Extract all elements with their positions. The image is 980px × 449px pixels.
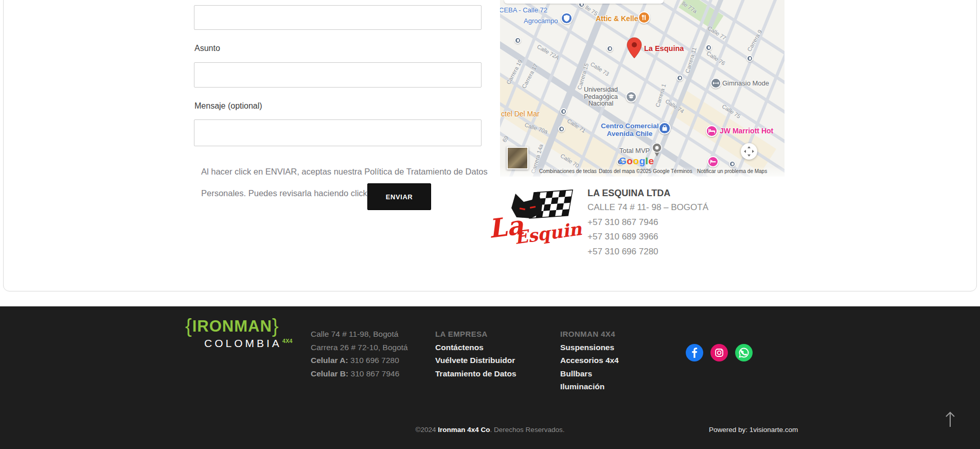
social-icons xyxy=(686,344,753,361)
company-info: LA ESQUINA LTDA CALLE 74 # 11- 98 – BOGO… xyxy=(587,186,708,259)
instagram-icon[interactable] xyxy=(710,344,728,361)
footer-link-accesorios[interactable]: Accesorios 4x4 xyxy=(560,354,619,367)
company-phone: +57 310 689 3966 xyxy=(587,230,708,244)
footer-contact-column: Calle 74 # 11-98, Bogotá Carrera 26 # 72… xyxy=(311,327,408,380)
hotel-icon[interactable] xyxy=(706,125,718,137)
footer-products-column: IRONMAN 4X4 Suspensiones Accesorios 4x4 … xyxy=(560,327,619,393)
poi-centro-comercial[interactable]: Centro Comercial Avenida Chile xyxy=(601,122,658,137)
la-esquina-logo: La Esquina xyxy=(489,189,582,251)
svg-text:Esquina: Esquina xyxy=(513,217,582,248)
footer-column-title: LA EMPRESA xyxy=(435,327,516,341)
hotel-icon[interactable] xyxy=(707,156,719,167)
footer-address-line: Carrera 26 # 72-10, Bogotá xyxy=(311,341,408,354)
footer-link-distribuidor[interactable]: Vuélvete Distribuidor xyxy=(435,354,516,367)
poi-gimnasio[interactable]: Gimnasio Mode xyxy=(722,79,769,87)
company-phone: +57 310 867 7946 xyxy=(587,215,708,230)
submit-button[interactable]: ENVIAR xyxy=(367,183,431,210)
footer: {IRONMAN} COLOMBIA4X4 Calle 74 # 11-98, … xyxy=(0,306,980,449)
message-field[interactable] xyxy=(194,119,482,146)
shopping-mall-icon[interactable] xyxy=(658,122,671,134)
footer-link-iluminacion[interactable]: Iluminación xyxy=(560,380,619,393)
map-pin-label[interactable]: La Esquina xyxy=(644,44,684,53)
bus-stop-icon xyxy=(607,45,613,52)
map-info-card-cutoff xyxy=(504,0,664,4)
subject-label: Asunto xyxy=(194,44,220,53)
map-data-attribution: Datos del mapa ©2025 Google xyxy=(599,168,669,174)
bus-stop-icon xyxy=(746,55,753,62)
google-logo[interactable]: Google xyxy=(619,156,654,167)
footer-phone-line: Celular B: 310 867 7946 xyxy=(311,367,408,381)
consent-text-line1: Al hacer click en ENVIAR, aceptas nuestr… xyxy=(201,167,488,177)
keyboard-shortcuts-link[interactable]: Combinaciones de teclas xyxy=(539,168,597,174)
whatsapp-icon[interactable] xyxy=(735,344,753,361)
bus-stop-icon xyxy=(560,108,567,115)
company-name: LA ESQUINA LTDA xyxy=(587,186,708,200)
map-pin-icon[interactable] xyxy=(627,37,642,59)
email-field[interactable] xyxy=(194,5,482,30)
poi-ceba[interactable]: CEBA - Calle 72 xyxy=(500,6,547,14)
copyright-brand: Ironman 4x4 Co xyxy=(438,426,490,434)
footer-link-contactenos[interactable]: Contáctenos xyxy=(435,341,516,354)
university-icon[interactable] xyxy=(626,91,637,102)
terms-link[interactable]: Términos xyxy=(671,168,692,174)
footer-link-tratamiento[interactable]: Tratamiento de Datos xyxy=(435,367,516,381)
agrocampo-shield-icon[interactable] xyxy=(561,12,573,24)
footer-company-column: LA EMPRESA Contáctenos Vuélvete Distribu… xyxy=(435,327,516,380)
poi-agrocampo[interactable]: Agrocampo xyxy=(524,17,558,25)
google-map[interactable]: lle 75 Calle 72A Carrera 19 Carrera 17 C… xyxy=(500,0,785,177)
footer-link-bullbars[interactable]: Bullbars xyxy=(560,367,619,381)
copyright: ©2024 Ironman 4x4 Co. Derechos Reservado… xyxy=(0,426,980,434)
poi-universidad[interactable]: Universidad Pedagógica Nacional xyxy=(577,87,625,108)
poi-attic-keller[interactable]: Attic & Keller xyxy=(596,14,641,23)
powered-by-link[interactable]: Powered by: 1visionarte.com xyxy=(709,426,798,434)
street-view-thumbnail[interactable] xyxy=(507,147,528,169)
consent-text-line2[interactable]: Personales. Puedes revisarla haciendo cl… xyxy=(201,188,388,198)
pan-control[interactable] xyxy=(741,143,757,160)
total-mvp-pin-icon[interactable] xyxy=(651,143,663,157)
poi-jw-marriott[interactable]: JW Marriott Hot xyxy=(720,127,773,135)
footer-address-line: Calle 74 # 11-98, Bogotá xyxy=(311,327,408,341)
bus-stop-icon xyxy=(676,75,683,81)
scroll-to-top-button[interactable] xyxy=(942,408,958,429)
poi-total-mvp[interactable]: Total MVP xyxy=(619,147,650,154)
subject-field[interactable] xyxy=(194,62,482,88)
poi-hotel-del-mar[interactable]: ctel Del Mar xyxy=(501,110,540,118)
message-label: Mensaje (optional) xyxy=(194,101,262,111)
footer-link-suspensiones[interactable]: Suspensiones xyxy=(560,341,619,354)
company-address: CALLE 74 # 11- 98 – BOGOTÁ xyxy=(587,200,708,215)
facebook-icon[interactable] xyxy=(686,344,703,361)
footer-phone-line: Celular A: 310 696 7280 xyxy=(311,354,408,367)
bus-stop-icon xyxy=(705,44,712,51)
bus-stop-icon xyxy=(514,37,521,44)
bus-stop-icon xyxy=(558,126,565,132)
footer-column-title: IRONMAN 4X4 xyxy=(560,327,619,341)
gym-icon[interactable] xyxy=(710,78,721,89)
company-phone: +57 310 696 7280 xyxy=(587,245,708,259)
ironman-colombia-logo: {IRONMAN} COLOMBIA4X4 xyxy=(185,318,306,350)
restaurant-icon[interactable] xyxy=(638,11,650,24)
report-problem-link[interactable]: Notificar un problema de Maps xyxy=(697,168,767,174)
